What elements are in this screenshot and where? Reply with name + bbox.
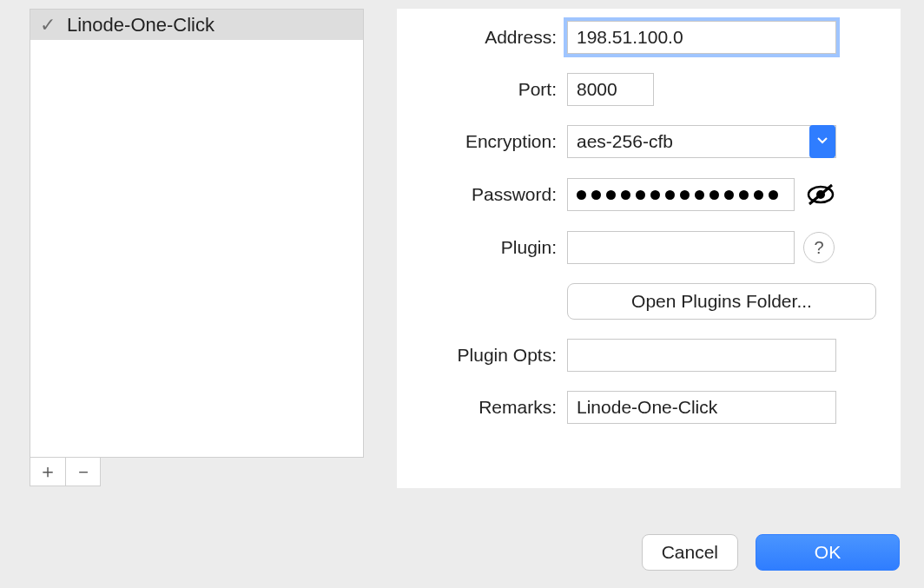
check-icon: ✓ (39, 16, 56, 35)
password-label: Password: (412, 184, 567, 205)
encryption-select[interactable]: aes-256-cfb (567, 125, 836, 158)
address-label: Address: (412, 27, 567, 48)
plus-icon: ＋ (38, 459, 57, 485)
port-input[interactable] (567, 73, 654, 106)
ok-button-label: OK (815, 542, 841, 563)
form-panel: Address: Port: Encryption: aes-256-cfb (397, 9, 901, 488)
add-button[interactable]: ＋ (30, 458, 65, 486)
server-list[interactable]: ✓ Linode-One-Click (30, 9, 364, 458)
remove-button[interactable]: － (65, 458, 100, 486)
address-input[interactable] (567, 21, 836, 54)
ok-button[interactable]: OK (756, 534, 900, 571)
plugin-label: Plugin: (412, 237, 567, 258)
dialog-footer: Cancel OK (642, 534, 900, 571)
server-list-item-label: Linode-One-Click (67, 14, 214, 36)
encryption-value: aes-256-cfb (577, 131, 673, 152)
plugin-opts-label: Plugin Opts: (412, 345, 567, 366)
list-button-bar: ＋ － (30, 458, 101, 486)
plugin-opts-input[interactable] (567, 339, 836, 372)
server-list-panel: ✓ Linode-One-Click ＋ － (30, 9, 364, 488)
chevron-down-icon (809, 125, 835, 158)
password-input[interactable] (567, 178, 795, 211)
plugin-help-button[interactable]: ? (803, 232, 835, 263)
plugin-input[interactable] (567, 231, 795, 264)
encryption-label: Encryption: (412, 131, 567, 152)
open-plugins-folder-label: Open Plugins Folder... (631, 291, 812, 312)
server-list-item[interactable]: ✓ Linode-One-Click (30, 10, 363, 40)
minus-icon: － (74, 459, 93, 485)
open-plugins-folder-button[interactable]: Open Plugins Folder... (567, 283, 876, 320)
toggle-password-visibility-button[interactable] (803, 177, 838, 212)
port-label: Port: (412, 79, 567, 100)
cancel-button-label: Cancel (662, 542, 718, 563)
remarks-input[interactable] (567, 391, 836, 424)
eye-off-icon (806, 183, 835, 206)
question-icon: ? (814, 238, 823, 258)
remarks-label: Remarks: (412, 397, 567, 418)
cancel-button[interactable]: Cancel (642, 534, 738, 571)
